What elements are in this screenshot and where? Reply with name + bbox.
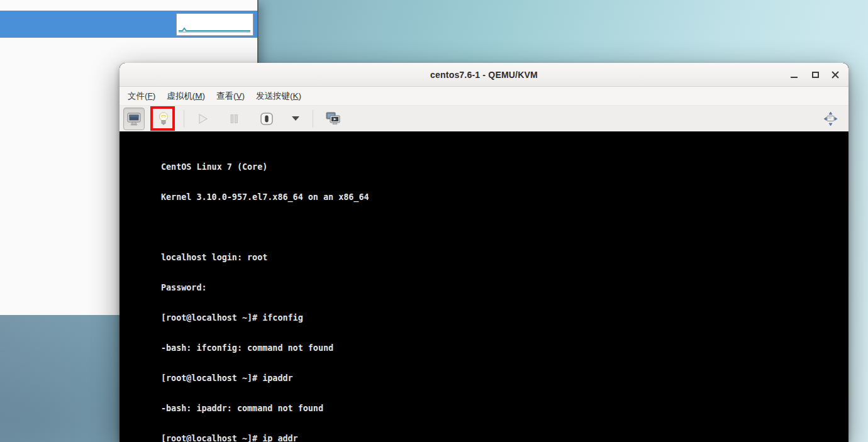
minimize-button[interactable] — [786, 67, 802, 82]
show-console-button[interactable] — [123, 108, 145, 130]
shutdown-menu-button[interactable] — [287, 108, 304, 130]
menu-vm-suffix: ) — [203, 91, 206, 101]
toolbar-separator — [313, 110, 313, 128]
virtual-machine-consoles-button[interactable] — [322, 108, 343, 130]
show-details-button[interactable] — [153, 108, 174, 130]
terminal-line: CentOS Linux 7 (Core) — [161, 162, 849, 172]
menu-vm-label: 虚拟机( — [167, 91, 195, 101]
vm-list-row-selected[interactable] — [0, 11, 257, 38]
menu-view[interactable]: 查看(V) — [211, 88, 250, 104]
cpu-usage-sparkline — [176, 13, 253, 36]
toolbar-separator — [184, 110, 184, 128]
menubar: 文件(F) 虚拟机(M) 查看(V) 发送按键(K) — [120, 87, 849, 106]
menu-file[interactable]: 文件(F) — [122, 88, 161, 104]
maximize-button[interactable] — [807, 67, 823, 82]
menu-view-suffix: ) — [242, 91, 245, 101]
terminal-output: CentOS Linux 7 (Core) Kernel 3.10.0-957.… — [120, 131, 849, 442]
menu-file-suffix: ) — [153, 91, 156, 101]
menu-vm-mnemonic: M — [195, 91, 202, 101]
terminal-line: localhost login: root — [161, 253, 849, 263]
shutdown-button[interactable] — [256, 108, 277, 130]
terminal-line: [root@localhost ~]# ifconfig — [161, 313, 849, 323]
minimize-icon — [791, 77, 798, 78]
shutdown-icon — [259, 111, 275, 127]
dual-monitor-icon — [324, 111, 342, 127]
toolbar — [120, 106, 849, 131]
fullscreen-arrows-icon — [820, 110, 840, 128]
vm-console-window: centos7.6-1 - QEMU/KVM 文件(F) 虚拟机(M) 查看(V… — [120, 63, 849, 442]
menu-sendkey-mnemonic: K — [293, 91, 299, 101]
chevron-down-icon — [292, 116, 299, 121]
run-button[interactable] — [192, 108, 213, 130]
menu-sendkey-suffix: ) — [299, 91, 302, 101]
window-title: centos7.6-1 - QEMU/KVM — [120, 63, 849, 87]
menu-file-label: 文件( — [128, 91, 148, 101]
terminal-line: Password: — [161, 283, 849, 293]
titlebar[interactable]: centos7.6-1 - QEMU/KVM — [120, 63, 849, 87]
menu-send-key[interactable]: 发送按键(K) — [250, 88, 307, 104]
close-icon — [832, 71, 839, 79]
menu-view-label: 查看( — [216, 91, 236, 101]
menu-view-mnemonic: V — [236, 91, 242, 101]
close-button[interactable] — [827, 67, 843, 82]
vm-list-header — [0, 0, 257, 11]
terminal-line: -bash: ipaddr: command not found — [161, 404, 849, 414]
terminal-line — [161, 223, 849, 233]
menu-sendkey-label: 发送按键( — [256, 91, 293, 101]
lightbulb-icon — [156, 111, 171, 127]
menu-file-mnemonic: F — [148, 91, 153, 101]
pause-button[interactable] — [223, 108, 245, 130]
maximize-icon — [812, 72, 819, 78]
play-icon — [195, 111, 210, 126]
terminal-line: [root@localhost ~]# ipaddr — [161, 373, 849, 384]
terminal-line: [root@localhost ~]# ip addr — [161, 434, 849, 442]
fullscreen-button[interactable] — [820, 108, 841, 130]
menu-virtual-machine[interactable]: 虚拟机(M) — [161, 88, 211, 104]
terminal-line: Kernel 3.10.0-957.el7.x86_64 on an x86_6… — [161, 192, 849, 202]
terminal-line: -bash: ifconfig: command not found — [161, 343, 849, 353]
monitor-icon — [126, 111, 142, 127]
pause-icon — [227, 112, 241, 126]
vm-console-screen[interactable]: CentOS Linux 7 (Core) Kernel 3.10.0-957.… — [120, 131, 849, 442]
